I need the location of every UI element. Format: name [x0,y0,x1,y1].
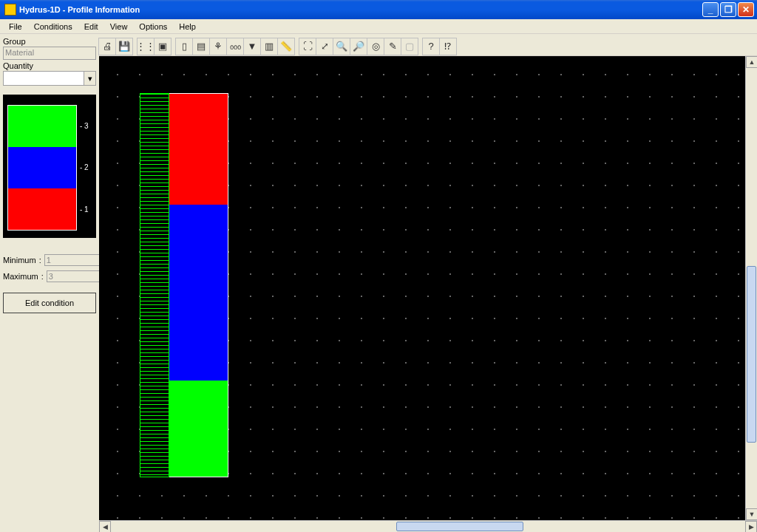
menu-help[interactable]: Help [173,21,202,33]
legend-ticks: 3 2 1 [77,105,92,231]
material-segment-2 [169,205,228,381]
scale-icon[interactable]: ₀₀₀ [226,38,244,55]
scroll-down-icon[interactable]: ▼ [746,508,757,520]
group-value: Material [3,47,96,60]
minimize-button[interactable]: _ [702,2,719,17]
scroll-left-icon[interactable]: ◀ [99,521,111,532]
vscroll-thumb[interactable] [747,266,756,442]
edit-condition-button[interactable]: Edit condition [3,293,96,313]
scroll-up-icon[interactable]: ▲ [746,56,757,68]
profile-canvas[interactable] [99,56,745,520]
quantity-dropdown[interactable]: ▾ [3,71,96,86]
menu-view[interactable]: View [104,21,134,33]
window-title: Hydrus-1D - Profile Information [19,5,701,14]
maximum-label: Maximum [3,272,38,281]
grid-frame-icon[interactable]: ▣ [154,38,172,55]
close-button[interactable]: ✕ [738,2,754,17]
depth-ruler [140,93,169,477]
horizontal-scrollbar[interactable]: ◀ ▶ [99,520,757,532]
edit-nodes-icon[interactable]: ✎ [384,38,401,55]
material-column [169,93,228,477]
maximize-button[interactable]: ❐ [720,2,736,17]
zoom-extent-icon[interactable]: ⛶ [299,38,316,55]
roots-icon[interactable]: ⚘ [209,38,227,55]
legend: 3 2 1 [3,95,96,238]
materials-icon[interactable]: ▤ [192,38,210,55]
minimum-label: Minimum [3,256,36,265]
soil-profile [140,93,228,477]
minimum-row: Minimum : [3,254,96,266]
material-segment-1 [169,94,228,205]
zoom-fit-icon[interactable]: ⤢ [316,38,333,55]
grid-dots-icon[interactable]: ⋮⋮ [137,38,155,55]
maximum-row: Maximum : [3,270,96,282]
titlebar: Hydrus-1D - Profile Information _ ❐ ✕ [0,0,757,19]
group-label: Group [3,37,96,46]
menu-options[interactable]: Options [133,21,173,33]
menubar: File Conditions Edit View Options Help [0,19,757,34]
menu-edit[interactable]: Edit [78,21,104,33]
zoom-out-icon[interactable]: 🔍 [333,38,350,55]
save-icon: 💾 [115,38,133,55]
hscroll-thumb[interactable] [396,522,523,531]
app-icon [4,4,16,16]
layers-icon[interactable]: ▥ [260,38,278,55]
profile-icon[interactable]: ▯ [175,38,193,55]
legend-swatch-2 [8,147,76,188]
legend-colors [7,105,77,231]
legend-tick-3: 3 [80,122,92,130]
material-segment-3 [169,381,228,477]
menu-conditions[interactable]: Conditions [28,21,78,33]
blank-icon: ▢ [401,38,418,55]
quantity-label: Quantity [3,61,96,70]
target-icon[interactable]: ◎ [367,38,384,55]
toolbar: 🖨💾⋮⋮▣▯▤⚘₀₀₀▼▥📏⛶⤢🔍🔎◎✎▢?⁉ [99,34,757,56]
legend-swatch-3 [8,106,76,147]
menu-file[interactable]: File [3,21,28,33]
zoom-in-icon[interactable]: 🔎 [350,38,367,55]
chevron-down-icon[interactable]: ▾ [84,72,95,85]
ruler-icon[interactable]: 📏 [277,38,295,55]
scroll-right-icon[interactable]: ▶ [745,521,757,532]
print-icon[interactable]: 🖨 [98,38,116,55]
context-help-icon[interactable]: ⁉ [439,38,457,55]
vertical-scrollbar[interactable]: ▲ ▼ [745,56,757,520]
sidebar: Group Material Quantity ▾ 3 2 1 [0,34,99,532]
legend-tick-2: 2 [80,163,92,171]
help-icon[interactable]: ? [422,38,440,55]
legend-tick-1: 1 [80,205,92,214]
legend-swatch-1 [8,188,76,230]
obs-icon[interactable]: ▼ [243,38,261,55]
